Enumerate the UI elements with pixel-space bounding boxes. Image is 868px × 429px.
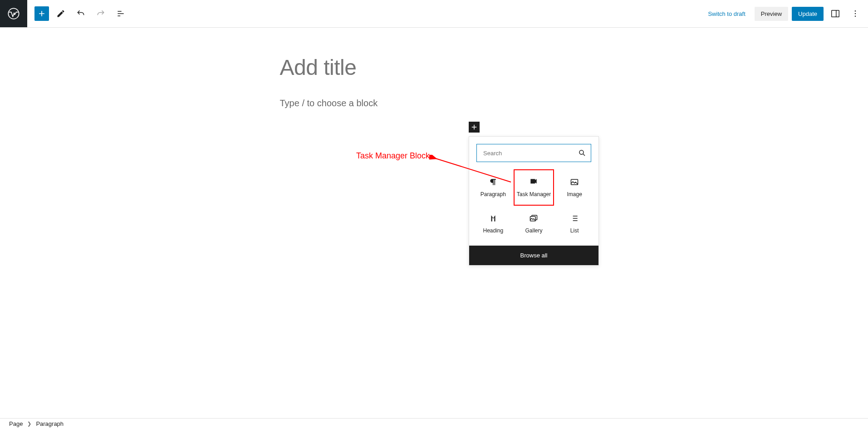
toolbar-right: Switch to draft Preview Update	[702, 5, 863, 22]
breadcrumb-current[interactable]: Paragraph	[36, 420, 64, 427]
breadcrumb-root[interactable]: Page	[9, 420, 23, 427]
inline-add-block-button[interactable]	[469, 122, 480, 133]
block-item-label: Gallery	[525, 227, 542, 234]
editor-toolbar: Switch to draft Preview Update	[0, 0, 868, 28]
options-menu-button[interactable]	[847, 5, 863, 22]
toolbar-left	[0, 0, 129, 27]
redo-button[interactable]	[93, 5, 109, 22]
browse-all-button[interactable]: Browse all	[469, 246, 598, 265]
wordpress-logo[interactable]	[0, 0, 27, 27]
update-button[interactable]: Update	[792, 7, 824, 21]
undo-button[interactable]	[73, 5, 89, 22]
image-icon	[570, 178, 579, 187]
list-icon	[570, 214, 579, 223]
svg-rect-1	[832, 10, 839, 17]
block-item-label: Paragraph	[481, 191, 506, 197]
chevron-right-icon: ❯	[27, 421, 31, 427]
annotation-label: Task Manager Block	[356, 151, 430, 161]
edit-tool-button[interactable]	[53, 5, 69, 22]
block-item-heading[interactable]: Heading	[473, 206, 514, 242]
gallery-icon	[529, 214, 538, 223]
svg-rect-6	[571, 179, 578, 185]
body-placeholder[interactable]: Type / to choose a block	[280, 98, 588, 108]
annotation-arrow	[429, 155, 515, 187]
svg-point-3	[855, 13, 856, 15]
switch-to-draft-link[interactable]: Switch to draft	[702, 7, 750, 21]
document-overview-button[interactable]	[113, 5, 129, 22]
block-item-list[interactable]: List	[554, 206, 595, 242]
block-item-label: Heading	[483, 227, 503, 234]
block-item-label: Image	[567, 191, 582, 197]
block-item-label: Task Manager	[517, 191, 551, 197]
block-item-task-manager[interactable]: Task Manager	[514, 169, 554, 206]
block-item-image[interactable]: Image	[554, 169, 595, 206]
svg-point-2	[855, 10, 856, 12]
editor-area: Add title Type / to choose a block	[280, 28, 588, 108]
heading-icon	[489, 214, 497, 223]
editor-footer: Page ❯ Paragraph	[0, 418, 868, 429]
preview-button[interactable]: Preview	[755, 7, 788, 21]
block-item-label: List	[570, 227, 579, 234]
search-icon	[578, 149, 586, 157]
block-item-gallery[interactable]: Gallery	[514, 206, 554, 242]
settings-sidebar-toggle[interactable]	[827, 5, 843, 22]
svg-line-9	[436, 158, 511, 182]
svg-point-4	[855, 16, 856, 17]
add-block-button[interactable]	[34, 6, 49, 21]
post-title-input[interactable]: Add title	[280, 55, 588, 80]
svg-point-5	[579, 150, 584, 154]
task-manager-icon	[529, 178, 538, 187]
editor-canvas: Add title Type / to choose a block Parag…	[0, 28, 868, 108]
